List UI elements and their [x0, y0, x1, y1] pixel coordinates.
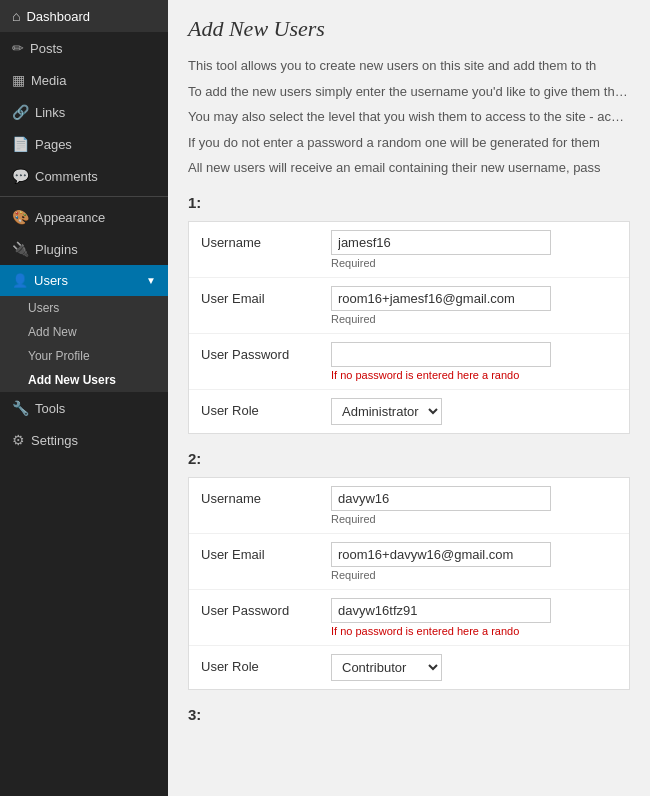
- form-row-username-1: Username Required: [189, 222, 629, 278]
- email-label-2: User Email: [201, 542, 331, 562]
- section-number-3: 3:: [188, 706, 630, 723]
- pages-icon: 📄: [12, 136, 29, 152]
- settings-icon: ⚙: [12, 432, 25, 448]
- role-select-wrap-2: Administrator Editor Author Contributor …: [331, 654, 617, 681]
- username-label-2: Username: [201, 486, 331, 506]
- users-submenu: Users Add New Your Profile Add New Users: [0, 296, 168, 392]
- sidebar-item-users[interactable]: 👤 Users ▼: [0, 265, 168, 296]
- sidebar-item-tools[interactable]: 🔧 Tools: [0, 392, 168, 424]
- appearance-icon: 🎨: [12, 209, 29, 225]
- email-label-1: User Email: [201, 286, 331, 306]
- user-section-1: 1: Username Required User Email Required…: [188, 194, 630, 434]
- form-row-role-1: User Role Administrator Editor Author Co…: [189, 390, 629, 433]
- plugins-icon: 🔌: [12, 241, 29, 257]
- user-form-2: Username Required User Email Required Us…: [188, 477, 630, 690]
- role-field-1: Administrator Editor Author Contributor …: [331, 398, 617, 425]
- intro-line-2: To add the new users simply enter the us…: [188, 82, 630, 102]
- sidebar-label-appearance: Appearance: [35, 210, 105, 225]
- form-row-email-1: User Email Required: [189, 278, 629, 334]
- email-input-2[interactable]: [331, 542, 551, 567]
- submenu-your-profile[interactable]: Your Profile: [0, 344, 168, 368]
- username-note-2: Required: [331, 513, 617, 525]
- tools-icon: 🔧: [12, 400, 29, 416]
- sidebar-label-comments: Comments: [35, 169, 98, 184]
- sidebar-item-links[interactable]: 🔗 Links: [0, 96, 168, 128]
- password-field-2: If no password is entered here a rando: [331, 598, 617, 637]
- sidebar-item-media[interactable]: ▦ Media: [0, 64, 168, 96]
- password-input-1[interactable]: [331, 342, 551, 367]
- sidebar-label-pages: Pages: [35, 137, 72, 152]
- username-label-1: Username: [201, 230, 331, 250]
- sidebar-label-links: Links: [35, 105, 65, 120]
- sidebar-item-pages[interactable]: 📄 Pages: [0, 128, 168, 160]
- form-row-role-2: User Role Administrator Editor Author Co…: [189, 646, 629, 689]
- username-input-2[interactable]: [331, 486, 551, 511]
- comments-icon: 💬: [12, 168, 29, 184]
- password-note-2: If no password is entered here a rando: [331, 625, 617, 637]
- section-number-2: 2:: [188, 450, 630, 467]
- submenu-users[interactable]: Users: [0, 296, 168, 320]
- sidebar-label-plugins: Plugins: [35, 242, 78, 257]
- username-field-2: Required: [331, 486, 617, 525]
- media-icon: ▦: [12, 72, 25, 88]
- sidebar-label-media: Media: [31, 73, 66, 88]
- intro-line-1: This tool allows you to create new users…: [188, 56, 630, 76]
- sidebar-item-settings[interactable]: ⚙ Settings: [0, 424, 168, 456]
- section-number-1: 1:: [188, 194, 630, 211]
- users-arrow-icon: ▼: [146, 275, 156, 286]
- sidebar-label-tools: Tools: [35, 401, 65, 416]
- password-input-2[interactable]: [331, 598, 551, 623]
- email-field-1: Required: [331, 286, 617, 325]
- role-field-2: Administrator Editor Author Contributor …: [331, 654, 617, 681]
- email-input-1[interactable]: [331, 286, 551, 311]
- email-note-1: Required: [331, 313, 617, 325]
- sidebar-label-users: Users: [34, 273, 68, 288]
- password-label-1: User Password: [201, 342, 331, 362]
- user-section-3: 3:: [188, 706, 630, 723]
- sidebar-label-posts: Posts: [30, 41, 63, 56]
- sidebar-item-dashboard[interactable]: ⌂ Dashboard: [0, 0, 168, 32]
- dashboard-icon: ⌂: [12, 8, 20, 24]
- posts-icon: ✏: [12, 40, 24, 56]
- password-note-1: If no password is entered here a rando: [331, 369, 617, 381]
- divider-1: [0, 196, 168, 197]
- username-note-1: Required: [331, 257, 617, 269]
- role-label-1: User Role: [201, 398, 331, 418]
- main-content: Add New Users This tool allows you to cr…: [168, 0, 650, 796]
- users-icon: 👤: [12, 273, 28, 288]
- submenu-add-new-users[interactable]: Add New Users: [0, 368, 168, 392]
- page-title: Add New Users: [188, 16, 630, 42]
- username-field-1: Required: [331, 230, 617, 269]
- username-input-1[interactable]: [331, 230, 551, 255]
- role-select-1[interactable]: Administrator Editor Author Contributor …: [331, 398, 442, 425]
- sidebar-item-comments[interactable]: 💬 Comments: [0, 160, 168, 192]
- form-row-email-2: User Email Required: [189, 534, 629, 590]
- role-label-2: User Role: [201, 654, 331, 674]
- links-icon: 🔗: [12, 104, 29, 120]
- sidebar-label-dashboard: Dashboard: [26, 9, 90, 24]
- password-field-1: If no password is entered here a rando: [331, 342, 617, 381]
- sidebar-item-appearance[interactable]: 🎨 Appearance: [0, 201, 168, 233]
- sidebar-label-settings: Settings: [31, 433, 78, 448]
- intro-line-3: You may also select the level that you w…: [188, 107, 630, 127]
- email-field-2: Required: [331, 542, 617, 581]
- intro-line-5: All new users will receive an email cont…: [188, 158, 630, 178]
- intro-line-4: If you do not enter a password a random …: [188, 133, 630, 153]
- form-row-password-2: User Password If no password is entered …: [189, 590, 629, 646]
- email-note-2: Required: [331, 569, 617, 581]
- user-section-2: 2: Username Required User Email Required…: [188, 450, 630, 690]
- user-form-1: Username Required User Email Required Us…: [188, 221, 630, 434]
- sidebar-item-posts[interactable]: ✏ Posts: [0, 32, 168, 64]
- sidebar: ⌂ Dashboard ✏ Posts ▦ Media 🔗 Links 📄 Pa…: [0, 0, 168, 796]
- role-select-wrap-1: Administrator Editor Author Contributor …: [331, 398, 617, 425]
- password-label-2: User Password: [201, 598, 331, 618]
- form-row-password-1: User Password If no password is entered …: [189, 334, 629, 390]
- sidebar-item-plugins[interactable]: 🔌 Plugins: [0, 233, 168, 265]
- submenu-add-new[interactable]: Add New: [0, 320, 168, 344]
- role-select-2[interactable]: Administrator Editor Author Contributor …: [331, 654, 442, 681]
- form-row-username-2: Username Required: [189, 478, 629, 534]
